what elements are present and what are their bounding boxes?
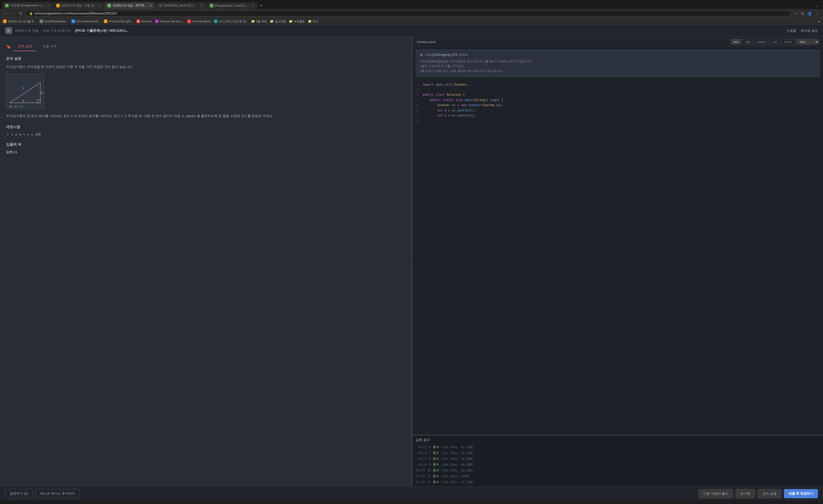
- url-bar[interactable]: 🔒 school.programmers.co.kr/learn/courses…: [25, 10, 791, 16]
- result-row-2: 테스트 8 통과 (231.35ms, 78.9MB): [416, 456, 820, 462]
- browser-tab-4[interactable]: G CodingTest_Java/프로그래머스... ✕: [156, 2, 206, 9]
- tab-dropdown-button[interactable]: ⌄: [814, 3, 821, 9]
- bookmark-item-youtube-music[interactable]: ♪ YouTube Music: [187, 19, 211, 23]
- bottom-right-buttons: 다른 사람의 풀이 초기화 코드 실행 제출 후 채점하기: [699, 489, 818, 498]
- bookmark-label-folder-4: 학교: [313, 19, 318, 23]
- bookmark-label-2: tony9402/baekjoo...: [44, 20, 68, 23]
- profile-button[interactable]: 👤: [807, 10, 813, 16]
- tab-close-4[interactable]: ✕: [201, 4, 203, 7]
- bookmark-item-folder-2[interactable]: 📁 알고리즘: [270, 19, 286, 23]
- bookmark-star-button[interactable]: ☆: [793, 10, 798, 16]
- line-code-3: public class Solution {: [423, 92, 465, 97]
- theme-emacs-button[interactable]: emacs: [782, 39, 795, 45]
- debug-line-2: 1줄만 수정하여 버그를 고치세요.: [420, 64, 816, 69]
- help-button[interactable]: 도움말: [787, 28, 796, 33]
- line-num-6: 6: [413, 108, 423, 113]
- bookmark-favicon-youtube: ▶: [137, 19, 140, 23]
- constraints-section: 제한사항 1 ≤ a < c ≤ 100: [6, 125, 405, 136]
- bookmark-item-folder-1[interactable]: 📁 5월 채용: [251, 19, 267, 23]
- bookmark-item-6[interactable]: D Discover the top s...: [155, 19, 184, 23]
- theme-sublime-button[interactable]: sublime: [754, 39, 770, 45]
- debug-gear-icon: ⚙: [420, 53, 423, 57]
- section-problem-desc: 문제 설명: [6, 56, 405, 61]
- theme-vim-button[interactable]: vim: [770, 39, 780, 45]
- code-line-5: 5 Scanner sc = new Scanner(System.in);: [413, 102, 823, 107]
- section-io-title: 입출력 예: [6, 142, 405, 147]
- breadcrumb-item-2[interactable]: 코딩 기초 트레이닝: [43, 28, 71, 33]
- svg-text:b: b: [41, 91, 43, 95]
- result-time-5: (202.08ms, 67MB): [441, 475, 470, 478]
- code-line-2: 2: [413, 87, 823, 92]
- code-editor[interactable]: 1 import java.util.Scanner; 2 3 public c…: [413, 79, 823, 435]
- theme-buttons-area: dark light sublime vim emacs Java Python…: [730, 39, 819, 45]
- result-status-1: 통과: [433, 451, 439, 455]
- editor-filename: Solution.java: [417, 40, 435, 44]
- back-button[interactable]: ←: [3, 10, 9, 16]
- compile-options-button[interactable]: 컴파일 옵션: [800, 28, 818, 33]
- breadcrumb-item-1[interactable]: 코딩테스트 연습: [15, 28, 39, 33]
- tab-title-5: [Programmers / Level1] 1384...: [215, 4, 251, 7]
- bookmark-favicon-4: C: [104, 19, 108, 23]
- forward-button[interactable]: →: [11, 10, 16, 16]
- refresh-button[interactable]: ↻: [18, 10, 23, 16]
- browser-tab-2[interactable]: C 코딩테스트 연습 – 과일 장수 | 프로... ✕: [53, 2, 104, 9]
- result-time-1: (152.74ms, 69.5MB): [441, 451, 474, 455]
- submit-button[interactable]: 제출 후 채점하기: [784, 489, 818, 498]
- bookmark-label-1: 코딩테스트 대비를 위...: [8, 19, 36, 23]
- bookmark-item-folder-3[interactable]: 📁 대외활동: [289, 19, 305, 23]
- bookmark-item-8[interactable]: 내 내가 보려고 정리한 정...: [214, 19, 248, 23]
- theme-light-button[interactable]: light: [743, 39, 753, 45]
- screen-capture-button[interactable]: ⊡: [800, 10, 805, 16]
- nav-bar: ← → ↻ 🔒 school.programmers.co.kr/learn/c…: [0, 9, 823, 18]
- bookmark-label-8: 내가 보려고 정리한 정...: [218, 19, 248, 23]
- svg-marker-2: [10, 82, 40, 103]
- bookmark-item-2[interactable]: t tony9402/baekjoo...: [39, 19, 68, 23]
- menu-button[interactable]: ⋮: [814, 10, 820, 16]
- tab-close-1[interactable]: ✕: [47, 4, 50, 7]
- bookmark-favicon-8: 내: [214, 19, 217, 23]
- bookmark-item-3[interactable]: G Git remote branch...: [71, 19, 101, 23]
- debug-banner-title[interactable]: ⚙ 디버깅(Debugging) 문제 안내 ▾: [420, 53, 816, 57]
- result-label-4: 테스트 10: [416, 468, 431, 473]
- tab-submit-history[interactable]: 제출 내역: [38, 42, 61, 51]
- bookmark-item-4[interactable]: C 커밋(commit) 날짜...: [104, 19, 134, 23]
- result-row-0: 테스트 6 통과 (219.07ms, 62.5MB): [416, 444, 820, 450]
- run-code-button[interactable]: 코드 실행: [758, 489, 782, 498]
- browser-tab-5[interactable]: V [Programmers / Level1] 1384... ✕: [207, 2, 258, 9]
- tab-close-3[interactable]: ✕: [150, 4, 152, 7]
- bookmarks-more-button[interactable]: »: [818, 19, 820, 23]
- language-select[interactable]: Java Python JavaScript: [796, 39, 819, 45]
- result-time-0: (219.07ms, 62.5MB): [441, 446, 474, 449]
- result-header: 실행 결과: [416, 438, 820, 442]
- tab-title-3: 코딩테스트 연습 – [PCCE 기출문...: [113, 4, 148, 7]
- tab-close-5[interactable]: ✕: [252, 4, 255, 7]
- bookmark-favicon-2: t: [39, 19, 43, 23]
- line-code-1: import java.util.Scanner;: [423, 82, 469, 87]
- result-row-4: 테스트 10 통과 (254.07ms, 59.4MB): [416, 468, 820, 473]
- bookmark-item-1[interactable]: C 코딩테스트 대비를 위...: [3, 19, 36, 23]
- tab-problem-desc[interactable]: 문제 설명: [14, 42, 36, 51]
- tab-close-2[interactable]: ✕: [98, 4, 101, 7]
- question-button[interactable]: 질문하기 (2): [5, 489, 33, 498]
- code-panel: Solution.java dark light sublime vim ema…: [413, 37, 823, 486]
- io-section: 입출력 예 입력 #1: [6, 142, 405, 155]
- bookmark-item-folder-4[interactable]: 📁 학교: [308, 19, 318, 23]
- line-num-3: 3: [413, 92, 423, 97]
- bookmark-favicon-6: D: [155, 19, 159, 23]
- new-tab-button[interactable]: +: [258, 2, 264, 9]
- constraint-item-1: 1 ≤ a < c ≤ 100: [11, 133, 405, 136]
- debug-content: 디버깅(Debugging)은 이미 완성된 코드에서 버그를 찾아 수정하는 …: [420, 59, 816, 74]
- theme-dark-button[interactable]: dark: [730, 39, 742, 45]
- browser-tab-1[interactable]: P (작성중) [Programmers / Level... ✕: [2, 2, 53, 9]
- add-testcase-button[interactable]: 테스트 케이스 추가하기: [35, 489, 80, 498]
- bookmark-item-youtube[interactable]: ▶ YouTube: [137, 19, 152, 23]
- line-code-5: Scanner sc = new Scanner(System.in);: [423, 102, 503, 107]
- result-row-6: 테스트 12 통과 (209.47ms, 67.1MB): [416, 479, 820, 485]
- result-label-3: 테스트 9: [416, 463, 431, 467]
- reset-button[interactable]: 초기화: [735, 489, 755, 498]
- browser-tab-3[interactable]: C 코딩테스트 연습 – [PCCE 기출문... ✕: [105, 2, 155, 9]
- problem-description-1: 직각삼각형이 주어졌을 때 빗변의 제곱은 다른 두 변을 각각 제곱한 것의 …: [6, 64, 405, 70]
- others-solution-button[interactable]: 다른 사람의 풀이: [699, 489, 733, 498]
- result-label-0: 테스트 6: [416, 445, 431, 449]
- bookmark-folder-icon-3: 📁: [289, 19, 293, 23]
